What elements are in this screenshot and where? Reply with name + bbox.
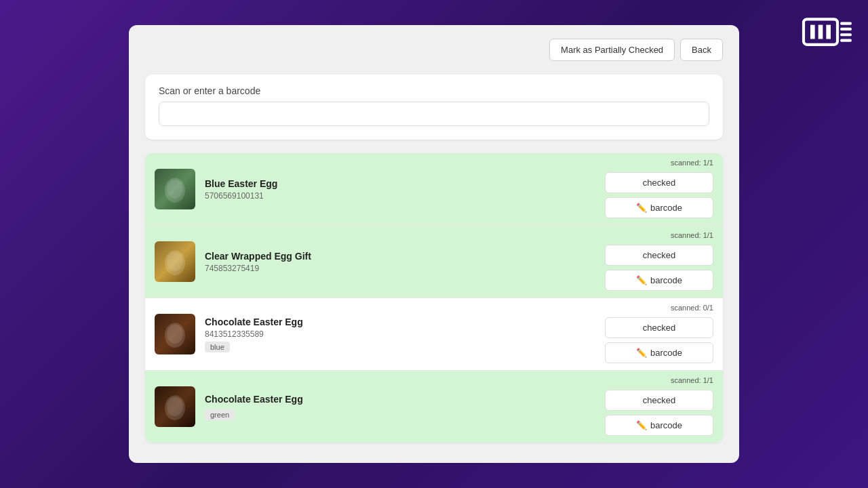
svg-rect-6 [840, 33, 852, 36]
item-tag: green [205, 409, 235, 420]
svg-rect-2 [818, 25, 823, 39]
scanned-badge: scanned: 1/1 [671, 159, 713, 167]
pencil-icon: ✏️ [636, 348, 647, 358]
item-info: Clear Wrapped Egg Gift745853275419 [205, 251, 605, 273]
item-name: Chocolate Easter Egg [205, 317, 605, 327]
scanned-badge: scanned: 1/1 [671, 231, 713, 239]
item-name: Blue Easter Egg [205, 178, 605, 189]
item-info: Chocolate Easter Egggreen [205, 394, 605, 420]
pencil-icon: ✏️ [636, 420, 647, 430]
item-barcode-number: 8413512335589 [205, 329, 605, 339]
svg-point-15 [167, 397, 182, 416]
svg-point-11 [167, 252, 182, 271]
barcode-input[interactable] [159, 102, 709, 126]
checked-button[interactable]: checked [605, 390, 713, 411]
scan-section: Scan or enter a barcode [145, 75, 723, 140]
item-barcode-number: 5706569100131 [205, 191, 605, 201]
back-button[interactable]: Back [680, 39, 723, 61]
item-tag: blue [205, 342, 230, 352]
item-actions: checked✏️ barcode [605, 245, 713, 291]
item-name: Clear Wrapped Egg Gift [205, 251, 605, 262]
item-image [155, 241, 195, 282]
item-row: scanned: 1/1 Clear Wrapped Egg Gift74585… [145, 226, 723, 298]
main-card: Mark as Partially Checked Back Scan or e… [129, 25, 739, 463]
item-row: scanned: 1/1 Blue Easter Egg570656910013… [145, 153, 723, 226]
svg-rect-7 [840, 39, 852, 42]
scanned-badge: scanned: 1/1 [671, 376, 713, 384]
scanned-badge: scanned: 0/1 [671, 304, 713, 312]
item-row: scanned: 0/1 Chocolate Easter Egg8413512… [145, 298, 723, 371]
svg-point-13 [167, 325, 182, 344]
item-barcode-number: 745853275419 [205, 264, 605, 273]
checked-button[interactable]: checked [605, 172, 713, 193]
scan-label: Scan or enter a barcode [159, 85, 709, 96]
svg-rect-4 [840, 22, 852, 25]
svg-rect-5 [840, 28, 852, 30]
checked-button[interactable]: checked [605, 245, 713, 266]
app-logo [787, 14, 854, 68]
svg-point-9 [167, 180, 182, 199]
pencil-icon: ✏️ [636, 203, 647, 213]
svg-rect-3 [826, 25, 831, 39]
top-bar: Mark as Partially Checked Back [145, 39, 723, 61]
barcode-button[interactable]: ✏️ barcode [605, 342, 713, 363]
item-row: scanned: 1/1 Chocolate Easter Egggreench… [145, 371, 723, 443]
item-actions: checked✏️ barcode [605, 390, 713, 436]
checked-button[interactable]: checked [605, 317, 713, 338]
item-info: Blue Easter Egg5706569100131 [205, 178, 605, 201]
items-list: scanned: 1/1 Blue Easter Egg570656910013… [145, 153, 723, 443]
pencil-icon: ✏️ [636, 275, 647, 285]
item-image [155, 169, 195, 209]
barcode-button[interactable]: ✏️ barcode [605, 270, 713, 291]
item-name: Chocolate Easter Egg [205, 394, 605, 405]
item-actions: checked✏️ barcode [605, 317, 713, 363]
mark-partially-checked-button[interactable]: Mark as Partially Checked [549, 39, 675, 61]
item-info: Chocolate Easter Egg8413512335589blue [205, 317, 605, 352]
item-image [155, 314, 195, 354]
item-actions: checked✏️ barcode [605, 172, 713, 218]
barcode-button[interactable]: ✏️ barcode [605, 197, 713, 218]
svg-rect-1 [810, 25, 815, 39]
item-image [155, 386, 195, 427]
barcode-button[interactable]: ✏️ barcode [605, 415, 713, 436]
